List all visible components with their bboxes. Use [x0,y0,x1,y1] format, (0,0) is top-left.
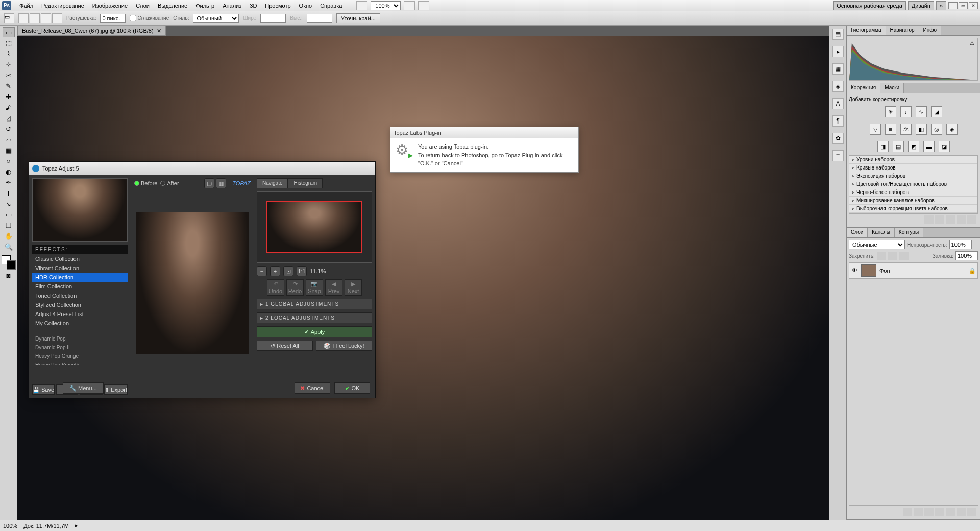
menu-edit[interactable]: Редактирование [37,2,88,10]
tab-info[interactable]: Инфо [919,26,942,35]
before-toggle[interactable]: Before [134,180,157,186]
curves-icon[interactable]: ∿ [916,106,927,117]
adj-return-icon[interactable] [924,215,934,224]
opacity-input[interactable] [949,240,972,249]
adj-reset-icon[interactable] [957,215,966,224]
background-color[interactable] [7,260,16,270]
global-adjustments-section[interactable]: 1 GLOBAL ADJUSTMENTS [257,299,372,309]
screen-mode-icon[interactable] [418,1,429,10]
preset-item[interactable]: Dynamic Pop [32,334,128,343]
preset-item[interactable]: Heavy Pop Smooth [32,360,128,365]
navigator-thumbnail[interactable] [257,191,372,263]
style-select[interactable]: Обычный [193,14,239,23]
arrange-docs-icon[interactable] [404,1,415,10]
collection-item[interactable]: HDR Collection [32,273,128,282]
brushes-panel-icon[interactable]: ✿ [832,133,844,144]
adjustment-presets-list[interactable]: Уровни наборов Кривые наборов Экспозиция… [849,155,978,213]
feather-input[interactable] [100,14,126,23]
save-preset-button[interactable]: 💾Save [32,384,55,395]
lock-position-icon[interactable] [888,252,897,260]
preset-item[interactable]: Dynamic Pop II [32,343,128,352]
menu-view[interactable]: Просмотр [261,2,295,10]
antialias-checkbox[interactable] [130,15,136,21]
colorbalance-icon[interactable]: ⚖ [900,124,912,135]
hand-tool-icon[interactable]: ✋ [3,231,15,241]
layer-row[interactable]: 👁 Фон 🔒 [849,262,978,279]
tab-navigator[interactable]: Навигатор [886,26,919,35]
dodge-tool-icon[interactable]: ◐ [3,166,15,177]
after-toggle[interactable]: After [160,180,179,186]
subtract-selection-icon[interactable] [41,13,51,23]
brush-tool-icon[interactable]: 🖌 [3,102,15,112]
layer-thumbnail[interactable] [861,264,876,277]
paragraph-panel-icon[interactable]: ¶ [832,115,844,127]
lasso-tool-icon[interactable]: ⌇ [3,49,15,59]
healing-tool-icon[interactable]: ✚ [3,91,15,102]
brightness-icon[interactable]: ☀ [885,106,896,117]
crop-tool-icon[interactable]: ✂ [3,70,15,80]
menu-layers[interactable]: Слои [132,2,154,10]
preset-item[interactable]: Цветовой тон/Насыщенность наборов [849,180,977,188]
type-tool-icon[interactable]: T [3,188,15,198]
levels-icon[interactable]: ⫾ [900,106,912,117]
collection-item[interactable]: Classic Collection [32,254,128,263]
styles-panel-icon[interactable]: ◈ [832,81,844,92]
bw-icon[interactable]: ◧ [916,124,927,135]
intersect-selection-icon[interactable] [52,13,62,23]
blend-mode-select[interactable]: Обычные [849,240,905,249]
preset-item[interactable]: Уровни наборов [849,156,977,164]
new-selection-icon[interactable] [18,13,29,23]
workspace-expand-icon[interactable]: » [936,1,946,10]
preset-item[interactable]: Микширование каналов наборов [849,197,977,205]
tool-preset-icon[interactable]: ▭ [4,13,14,23]
preset-item[interactable]: Экспозиция наборов [849,172,977,180]
layer-fx-icon[interactable] [914,508,923,516]
preset-item[interactable]: Кривые наборов [849,164,977,172]
color-swatches[interactable] [2,255,16,270]
next-button[interactable]: ▶Next [345,279,362,296]
tab-paths[interactable]: Контуры [895,228,923,237]
collection-item[interactable]: Film Collection [32,282,128,291]
stamp-tool-icon[interactable]: ⍁ [3,113,15,123]
close-icon[interactable]: ✕ [969,2,978,9]
histogram-warning-icon[interactable]: ⚠ [970,40,974,46]
selectivecolor-icon[interactable]: ◪ [939,141,950,152]
workspace-design[interactable]: Дизайн [908,1,934,10]
adj-clip-icon[interactable] [935,215,944,224]
delete-layer-icon[interactable] [967,508,976,516]
ok-button[interactable]: ✔OK [334,382,370,394]
link-layers-icon[interactable] [903,508,912,516]
new-group-icon[interactable] [946,508,955,516]
hue-icon[interactable]: ≡ [885,124,896,135]
gradientmap-icon[interactable]: ▬ [923,141,935,152]
snap-button[interactable]: 📷Snap [306,279,323,296]
menu-image[interactable]: Изображение [88,2,132,10]
navigate-tab[interactable]: Navigate [257,178,288,188]
menu-filter[interactable]: Фильтр [191,2,218,10]
photofilter-icon[interactable]: ◎ [931,124,942,135]
zoom-100-icon[interactable]: 1:1 [297,266,307,276]
fill-input[interactable] [955,251,978,260]
preset-item[interactable]: Черно-белое наборов [849,188,977,197]
collection-item[interactable]: My Collection [32,319,128,328]
adj-delete-icon[interactable] [967,215,976,224]
maximize-icon[interactable]: ▭ [959,2,968,9]
tab-masks[interactable]: Маски [880,83,904,93]
layer-visibility-icon[interactable]: 👁 [851,267,858,274]
menu-3d[interactable]: 3D [246,2,261,10]
collection-item[interactable]: Toned Collection [32,291,128,300]
menu-window[interactable]: Окно [295,2,316,10]
collection-item[interactable]: Adjust 4 Preset List [32,309,128,319]
tab-close-icon[interactable]: ✕ [157,28,161,34]
layer-mask-icon[interactable] [924,508,934,516]
history-brush-icon[interactable]: ↺ [3,124,15,134]
swatches-panel-icon[interactable]: ▦ [832,63,844,75]
new-adjustment-icon[interactable] [935,508,944,516]
adj-view-icon[interactable] [946,215,955,224]
threshold-icon[interactable]: ◩ [908,141,919,152]
marquee-tool-icon[interactable]: ⬚ [3,38,15,48]
prev-button[interactable]: ◀Prev [325,279,342,296]
preset-item[interactable]: Heavy Pop Grunge [32,352,128,360]
preview-image[interactable] [136,212,249,354]
redo-button[interactable]: ↷Redo [286,279,304,296]
